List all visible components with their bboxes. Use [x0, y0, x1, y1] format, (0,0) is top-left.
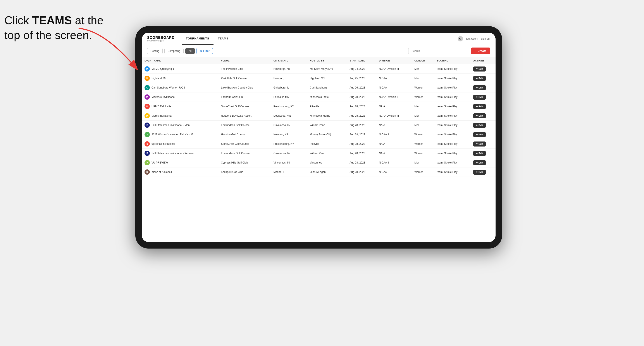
cell-division-1: NICAA I — [376, 74, 412, 83]
cell-city-state-4: Prestonsburg, KY — [271, 102, 307, 111]
cell-venue-2: Lake Bracken Country Club — [218, 83, 271, 92]
cell-scoring-3: team, Stroke Play — [434, 92, 471, 102]
competing-filter-btn[interactable]: Competing — [164, 48, 184, 54]
search-input[interactable] — [408, 48, 469, 54]
edit-btn-10[interactable]: ✏ Edit — [473, 160, 486, 165]
cell-venue-10: Cypress Hills Golf Club — [218, 158, 271, 168]
cell-city-state-11: Marion, IL — [271, 168, 307, 177]
event-name-text-3: Maverick Invitational — [152, 96, 175, 99]
cell-event-name-0: M MSMC Qualifying 1 — [142, 64, 218, 74]
cell-city-state-10: Vincennes, IN — [271, 158, 307, 168]
cell-actions-3: ✏ Edit — [471, 92, 496, 102]
all-filter-btn[interactable]: All — [185, 48, 195, 54]
cell-gender-10: Men — [412, 158, 434, 168]
edit-btn-1[interactable]: ✏ Edit — [473, 76, 486, 81]
settings-icon[interactable]: ⚙ — [458, 36, 463, 41]
create-btn[interactable]: + Create — [471, 47, 490, 54]
cell-city-state-3: Faribault, MN — [271, 92, 307, 102]
edit-btn-7[interactable]: ✏ Edit — [473, 132, 486, 137]
nav-right: ⚙ Test User | Sign out — [458, 36, 490, 41]
sign-out-link[interactable]: Sign out — [481, 37, 490, 40]
cell-city-state-2: Galesburg, IL — [271, 83, 307, 92]
event-icon-3: M — [144, 94, 150, 100]
event-name-text-4: UPIKE Fall Invite — [152, 105, 171, 108]
cell-start-date-7: Aug 28, 2023 — [347, 130, 376, 139]
cell-hosted-by-6: William Penn — [307, 121, 347, 130]
cell-venue-11: Kokopelli Golf Club — [218, 168, 271, 177]
cell-gender-4: Men — [412, 102, 434, 111]
event-name-text-9: Fall Statesmen Invitational - Women — [152, 152, 194, 155]
cell-hosted-by-1: Highland CC — [307, 74, 347, 83]
event-icon-1: H — [144, 76, 150, 81]
cell-gender-2: Women — [412, 83, 434, 92]
cell-hosted-by-2: Carl Sandburg — [307, 83, 347, 92]
cell-start-date-8: Aug 28, 2023 — [347, 139, 376, 149]
event-icon-2: C — [144, 85, 150, 90]
cell-gender-1: Men — [412, 74, 434, 83]
cell-start-date-2: Aug 26, 2023 — [347, 83, 376, 92]
cell-venue-0: The Powelton Club — [218, 64, 271, 74]
table-row: M Morris Invitational Ruttger's Bay Lake… — [142, 111, 496, 121]
cell-gender-6: Men — [412, 121, 434, 130]
cell-gender-3: Women — [412, 92, 434, 102]
col-gender: GENDER — [412, 57, 434, 64]
cell-event-name-7: 2 2023 Women's Hesston Fall Kickoff — [142, 130, 218, 139]
cell-gender-11: Women — [412, 168, 434, 177]
cell-gender-5: Men — [412, 111, 434, 121]
cell-scoring-11: team, Stroke Play — [434, 168, 471, 177]
col-hosted-by: HOSTED BY — [307, 57, 347, 64]
cell-venue-4: StoneCrest Golf Course — [218, 102, 271, 111]
cell-city-state-7: Hesston, KS — [271, 130, 307, 139]
user-info: Test User | — [466, 37, 478, 40]
col-event-name: EVENT NAME — [142, 57, 218, 64]
col-scoring: SCORING — [434, 57, 471, 64]
cell-actions-0: ✏ Edit — [471, 64, 496, 74]
cell-event-name-8: u upike fall invitational — [142, 139, 218, 149]
cell-venue-6: Edmundson Golf Course — [218, 121, 271, 130]
toolbar: Hosting Competing All ⚙ Filter + Create — [142, 45, 496, 57]
edit-btn-8[interactable]: ✏ Edit — [473, 142, 486, 147]
cell-event-name-6: F Fall Statesmen Invitational - Men — [142, 121, 218, 130]
cell-hosted-by-5: Minnesota-Morris — [307, 111, 347, 121]
cell-scoring-2: team, Stroke Play — [434, 83, 471, 92]
table-row: M MSMC Qualifying 1 The Powelton Club Ne… — [142, 64, 496, 74]
cell-start-date-11: Aug 28, 2023 — [347, 168, 376, 177]
cell-venue-7: Hesston Golf Course — [218, 130, 271, 139]
edit-btn-5[interactable]: ✏ Edit — [473, 113, 486, 118]
event-icon-6: F — [144, 123, 150, 128]
cell-division-6: NAIA — [376, 121, 412, 130]
edit-btn-4[interactable]: ✏ Edit — [473, 104, 486, 109]
col-actions: ACTIONS — [471, 57, 496, 64]
hosting-filter-btn[interactable]: Hosting — [147, 48, 163, 54]
table-row: 2 2023 Women's Hesston Fall Kickoff Hess… — [142, 130, 496, 139]
tournaments-table: EVENT NAME VENUE CITY, STATE HOSTED BY S… — [142, 57, 496, 177]
edit-btn-3[interactable]: ✏ Edit — [473, 95, 486, 100]
edit-btn-11[interactable]: ✏ Edit — [473, 170, 486, 175]
cell-actions-11: ✏ Edit — [471, 168, 496, 177]
cell-start-date-3: Aug 28, 2023 — [347, 92, 376, 102]
cell-hosted-by-11: John A Logan — [307, 168, 347, 177]
cell-venue-8: StoneCrest Golf Course — [218, 139, 271, 149]
cell-actions-10: ✏ Edit — [471, 158, 496, 168]
cell-event-name-4: U UPIKE Fall Invite — [142, 102, 218, 111]
edit-btn-2[interactable]: ✏ Edit — [473, 85, 486, 90]
cell-division-0: NCAA Division III — [376, 64, 412, 74]
cell-venue-9: Edmundson Golf Course — [218, 149, 271, 158]
table-row: M Maverick Invitational Faribault Golf C… — [142, 92, 496, 102]
cell-scoring-10: team, Stroke Play — [434, 158, 471, 168]
cell-event-name-3: M Maverick Invitational — [142, 92, 218, 102]
tab-tournaments[interactable]: TOURNAMENTS — [182, 33, 214, 45]
cell-scoring-8: team, Stroke Play — [434, 139, 471, 149]
filter-icon-btn[interactable]: ⚙ Filter — [196, 48, 213, 54]
edit-btn-6[interactable]: ✏ Edit — [473, 123, 486, 128]
table-header-row: EVENT NAME VENUE CITY, STATE HOSTED BY S… — [142, 57, 496, 64]
cell-division-2: NICAA I — [376, 83, 412, 92]
cell-gender-8: Women — [412, 139, 434, 149]
cell-city-state-1: Freeport, IL — [271, 74, 307, 83]
tab-teams[interactable]: TEAMS — [214, 33, 233, 45]
event-name-text-0: MSMC Qualifying 1 — [152, 67, 174, 70]
table-container: EVENT NAME VENUE CITY, STATE HOSTED BY S… — [142, 57, 496, 242]
edit-btn-9[interactable]: ✏ Edit — [473, 151, 486, 156]
edit-btn-0[interactable]: ✏ Edit — [473, 66, 486, 71]
cell-actions-8: ✏ Edit — [471, 139, 496, 149]
